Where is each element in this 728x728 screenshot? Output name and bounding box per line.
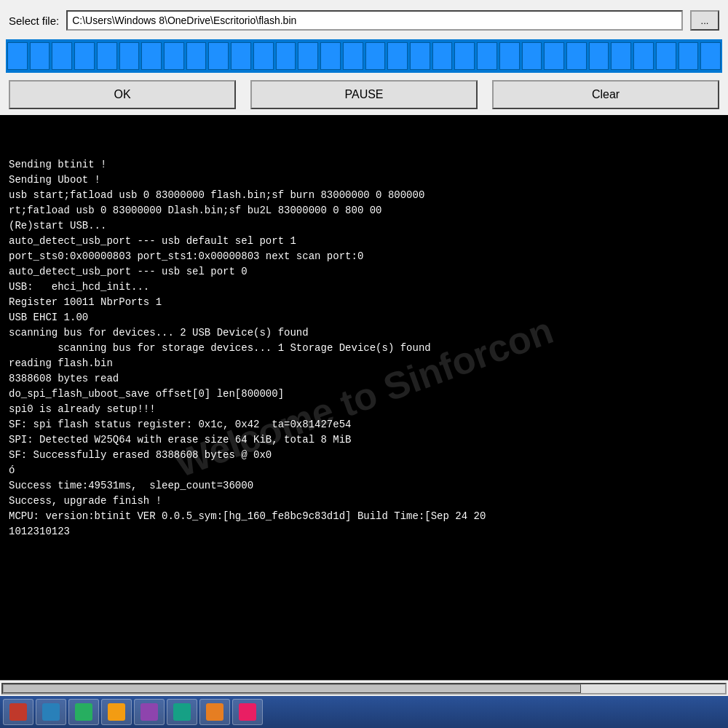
terminal-line: Success, upgrade finish !	[9, 494, 719, 509]
terminal-line: Success time:49531ms, sleep_count=36000	[9, 478, 719, 494]
progress-segment	[432, 42, 453, 70]
clear-button[interactable]: Clear	[492, 80, 719, 109]
taskbar-item-2[interactable]	[36, 699, 66, 725]
taskbar-item-8[interactable]	[232, 699, 263, 725]
progress-segment	[253, 42, 274, 70]
progress-segment	[320, 42, 341, 70]
terminal-line: scanning bus for devices... 2 USB Device…	[9, 325, 719, 341]
progress-segment	[700, 42, 721, 70]
progress-segment	[141, 42, 162, 70]
progress-segment	[387, 42, 408, 70]
taskbar-icon-4	[108, 703, 125, 721]
progress-bar	[6, 39, 722, 73]
terminal-line: Sending Uboot !	[9, 173, 719, 188]
progress-bar-container	[0, 36, 728, 76]
progress-segment	[119, 42, 140, 70]
progress-segment	[566, 42, 587, 70]
terminal-line: 1012310123	[9, 524, 719, 539]
progress-segment	[656, 42, 676, 70]
select-file-label: Select file:	[9, 15, 59, 27]
terminal-line: usb start;fatload usb 0 83000000 flash.b…	[9, 188, 719, 203]
progress-segment	[343, 42, 363, 70]
browse-button[interactable]: ...	[690, 10, 719, 31]
progress-segment	[276, 42, 296, 70]
progress-segment	[208, 42, 229, 70]
terminal-line: MCPU: version:btinit VER 0.0.5_sym:[hg_1…	[9, 509, 719, 524]
terminal-line: auto_detect_usb_port --- usb sel port 0	[9, 264, 719, 280]
taskbar-item-4[interactable]	[101, 699, 132, 725]
terminal-line: port_sts0:0x00000803 port_sts1:0x0000080…	[9, 249, 719, 264]
progress-segment	[30, 42, 50, 70]
terminal-line: SPI: Detected W25Q64 with erase size 64 …	[9, 432, 719, 448]
terminal-line: reading flash.bin	[9, 356, 719, 371]
taskbar-icon-3	[75, 703, 92, 721]
terminal-line: scanning bus for storage devices... 1 St…	[9, 341, 719, 356]
progress-segment	[231, 42, 251, 70]
terminal-line: Register 10011 NbrPorts 1	[9, 295, 719, 310]
taskbar-item-7[interactable]	[199, 699, 230, 725]
taskbar-icon-5	[141, 703, 158, 721]
taskbar-item-3[interactable]	[68, 699, 99, 725]
progress-segment	[678, 42, 699, 70]
taskbar-icon-1	[9, 703, 27, 721]
h-scrollbar-thumb[interactable]	[3, 684, 581, 693]
progress-segment	[522, 42, 542, 70]
terminal-line: ó	[9, 463, 719, 478]
taskbar-item-6[interactable]	[167, 699, 197, 725]
terminal-line: Sending btinit !	[9, 157, 719, 173]
progress-segment	[365, 42, 386, 70]
taskbar	[0, 696, 728, 728]
terminal-line: auto_detect_usb_port --- usb default sel…	[9, 234, 719, 249]
file-path-input[interactable]	[66, 10, 683, 31]
progress-segment	[186, 42, 207, 70]
button-row: OK PAUSE Clear	[0, 76, 728, 115]
terminal-line: spi0 is already setup!!!	[9, 402, 719, 417]
taskbar-icon-6	[173, 703, 191, 721]
progress-segment	[74, 42, 95, 70]
progress-segment	[633, 42, 654, 70]
progress-segment	[589, 42, 609, 70]
progress-segment	[544, 42, 564, 70]
progress-segment	[611, 42, 631, 70]
progress-segment	[298, 42, 318, 70]
terminal-line: do_spi_flash_uboot_save offset[0] len[80…	[9, 387, 719, 402]
taskbar-icon-8	[239, 703, 256, 721]
progress-segment	[410, 42, 430, 70]
progress-segment	[52, 42, 72, 70]
app-window: Select file: ... OK PAUSE Clear Welcome …	[0, 0, 728, 728]
top-bar: Select file: ...	[0, 0, 728, 36]
pause-button[interactable]: PAUSE	[250, 80, 478, 109]
terminal-line: 8388608 bytes read	[9, 371, 719, 387]
progress-segment	[164, 42, 184, 70]
progress-segment	[97, 42, 117, 70]
terminal-line: rt;fatload usb 0 83000000 Dlash.bin;sf b…	[9, 203, 719, 218]
terminal-line: USB EHCI 1.00	[9, 310, 719, 325]
progress-segment	[7, 42, 28, 70]
progress-segment	[477, 42, 497, 70]
ok-button[interactable]: OK	[9, 80, 236, 109]
scrollbar-row	[0, 680, 728, 696]
taskbar-item-1[interactable]	[3, 699, 33, 725]
terminal-line: SF: Successfully erased 8388608 bytes @ …	[9, 448, 719, 463]
progress-segment	[499, 42, 520, 70]
terminal-line: USB: ehci_hcd_init...	[9, 280, 719, 295]
terminal: Welcome to Sinforcon Sending btinit !Sen…	[0, 115, 728, 680]
progress-segment	[454, 42, 475, 70]
terminal-line: (Re)start USB...	[9, 218, 719, 234]
taskbar-icon-7	[206, 703, 223, 721]
taskbar-item-5[interactable]	[134, 699, 165, 725]
h-scrollbar[interactable]	[1, 683, 727, 695]
taskbar-icon-2	[42, 703, 60, 721]
terminal-line: SF: spi flash status register: 0x1c, 0x4…	[9, 417, 719, 432]
